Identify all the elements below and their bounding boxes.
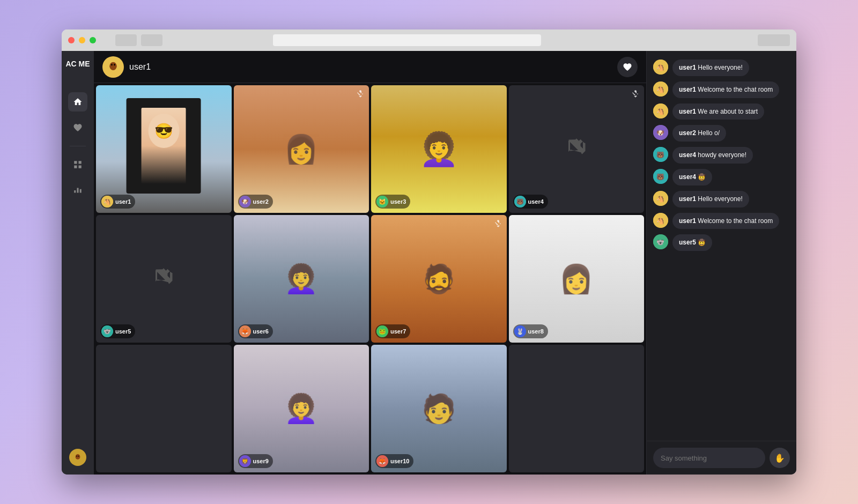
video-cell-user10: 🧑 🦊 user10 — [371, 345, 507, 472]
svg-point-2 — [77, 456, 78, 457]
video-cell-user7: 🧔 🐸 user7 — [371, 215, 507, 343]
chat-avatar-3: 🐴 — [653, 103, 668, 118]
app-logo: AC ME — [65, 60, 90, 69]
user-self-avatar[interactable] — [69, 449, 86, 466]
svg-text:🐶: 🐶 — [241, 198, 249, 205]
chat-avatar-1: 🐴 — [653, 60, 668, 75]
chat-message-1: 🐴 user1 Hello everyone! — [653, 60, 790, 76]
svg-text:🐻: 🐻 — [656, 151, 664, 159]
chat-bubble-6: user4 🤠 — [672, 169, 712, 186]
app-container: AC ME — [62, 51, 796, 475]
chat-bubble-8: user1 Welcome to the chat room — [672, 213, 779, 229]
chat-input[interactable] — [653, 448, 765, 468]
chat-send-button[interactable]: ✋ — [770, 448, 790, 468]
video-cell-user6: 👩‍🦱 🦊 user6 — [234, 215, 369, 343]
browser-maximize-btn[interactable] — [90, 37, 96, 43]
mic-off-user4 — [631, 90, 640, 100]
chat-avatar-8: 🐴 — [653, 213, 668, 228]
video-cell-user2: 👩 🐶 user2 — [234, 85, 369, 213]
top-bar: user1 — [94, 51, 646, 83]
browser-back-btn[interactable] — [115, 34, 137, 46]
svg-text:🐴: 🐴 — [656, 217, 664, 225]
browser-window: AC ME — [62, 29, 796, 475]
main-content: user1 — [94, 51, 646, 475]
nav-grid[interactable] — [68, 155, 87, 174]
chat-message-7: 🐴 user1 Hello everyone! — [653, 191, 790, 207]
cam-off-user4 — [567, 137, 586, 161]
user-label-user10: 🦊 user10 — [375, 454, 413, 468]
video-cell-user5: 🐨 user5 — [96, 215, 232, 343]
svg-text:🐴: 🐴 — [656, 85, 664, 93]
chat-message-5: 🐻 user4 howdy everyone! — [653, 147, 790, 164]
chat-messages-list: 🐴 user1 Hello everyone! 🐴 user1 Welcome … — [647, 51, 796, 441]
chat-bubble-7: user1 Hello everyone! — [672, 191, 749, 207]
svg-point-7 — [114, 64, 115, 65]
svg-text:🐸: 🐸 — [379, 328, 386, 335]
browser-url-bar[interactable] — [273, 34, 541, 46]
user-label-user5: 🐨 user5 — [100, 324, 135, 338]
video-grid: 😎 🐴 user1 — [94, 83, 646, 475]
svg-text:🐴: 🐴 — [656, 107, 664, 115]
svg-point-3 — [78, 456, 79, 457]
user-label-user6: 🦊 user6 — [238, 324, 273, 338]
browser-titlebar — [62, 29, 796, 51]
user-label-user1: 🐴 user1 — [100, 195, 135, 209]
chat-message-8: 🐴 user1 Welcome to the chat room — [653, 213, 790, 229]
svg-text:🐰: 🐰 — [516, 328, 524, 335]
chat-bubble-4: user2 Hello o/ — [672, 125, 726, 142]
user-label-user8: 🐰 user8 — [513, 324, 548, 338]
chat-avatar-2: 🐴 — [653, 81, 668, 97]
browser-forward-btn[interactable] — [141, 34, 162, 46]
svg-text:🐨: 🐨 — [656, 238, 664, 246]
chat-sidebar: 🐴 user1 Hello everyone! 🐴 user1 Welcome … — [646, 51, 796, 475]
video-cell-empty-r3c1 — [96, 345, 232, 472]
user-label-user9: 🦁 user9 — [238, 454, 273, 468]
chat-message-9: 🐨 user5 🤠 — [653, 234, 790, 251]
browser-close-btn[interactable] — [68, 37, 75, 43]
chat-bubble-2: user1 Welcome to the chat room — [672, 81, 779, 98]
sidebar-logo: AC ME — [62, 51, 94, 475]
user-label-user7: 🐸 user7 — [375, 324, 410, 338]
chat-input-area: ✋ — [647, 441, 796, 475]
chat-bubble-5: user4 howdy everyone! — [672, 147, 753, 164]
svg-point-5 — [109, 62, 117, 70]
browser-extensions-btn[interactable] — [758, 34, 790, 46]
browser-content: AC ME — [62, 51, 796, 475]
video-cell-user8: 👩 🐰 user8 — [509, 215, 645, 343]
chat-message-6: 🐻 user4 🤠 — [653, 169, 790, 186]
nav-home[interactable] — [68, 92, 87, 112]
video-cell-user4: 🐻 user4 — [509, 85, 645, 213]
mic-off-user2 — [356, 90, 365, 100]
user-label-user4: 🐻 user4 — [513, 195, 548, 209]
chat-bubble-1: user1 Hello everyone! — [672, 60, 749, 76]
svg-text:🐻: 🐻 — [516, 198, 524, 205]
svg-text:🐻: 🐻 — [656, 173, 664, 181]
svg-text:🐱: 🐱 — [379, 198, 386, 205]
nav-stats[interactable] — [68, 181, 87, 200]
video-cell-user3: 👩‍🦱 🐱 user3 — [371, 85, 507, 213]
svg-text:🐴: 🐴 — [103, 198, 111, 205]
heart-button[interactable] — [617, 57, 638, 77]
chat-message-2: 🐴 user1 Welcome to the chat room — [653, 81, 790, 98]
chat-avatar-5: 🐻 — [653, 147, 668, 162]
cam-off-user5 — [154, 267, 173, 291]
browser-minimize-btn[interactable] — [79, 37, 85, 43]
host-avatar — [102, 56, 124, 78]
user-label-user2: 🐶 user2 — [238, 195, 273, 209]
chat-bubble-3: user1 We are about to start — [672, 103, 764, 120]
svg-point-1 — [76, 454, 80, 459]
video-cell-user1: 😎 🐴 user1 — [96, 85, 232, 213]
video-cell-empty-r3c4 — [509, 345, 645, 472]
svg-text:🦊: 🦊 — [241, 328, 249, 335]
chat-avatar-9: 🐨 — [653, 234, 668, 249]
host-name: user1 — [129, 62, 151, 72]
svg-text:🐨: 🐨 — [103, 328, 111, 335]
chat-avatar-7: 🐴 — [653, 191, 668, 206]
chat-bubble-9: user5 🤠 — [672, 234, 712, 251]
nav-favorites[interactable] — [68, 118, 87, 137]
svg-text:🐶: 🐶 — [656, 129, 664, 137]
svg-text:🐴: 🐴 — [656, 63, 664, 71]
svg-text:🦊: 🦊 — [379, 457, 386, 465]
user-label-user3: 🐱 user3 — [375, 195, 410, 209]
chat-message-4: 🐶 user2 Hello o/ — [653, 125, 790, 142]
